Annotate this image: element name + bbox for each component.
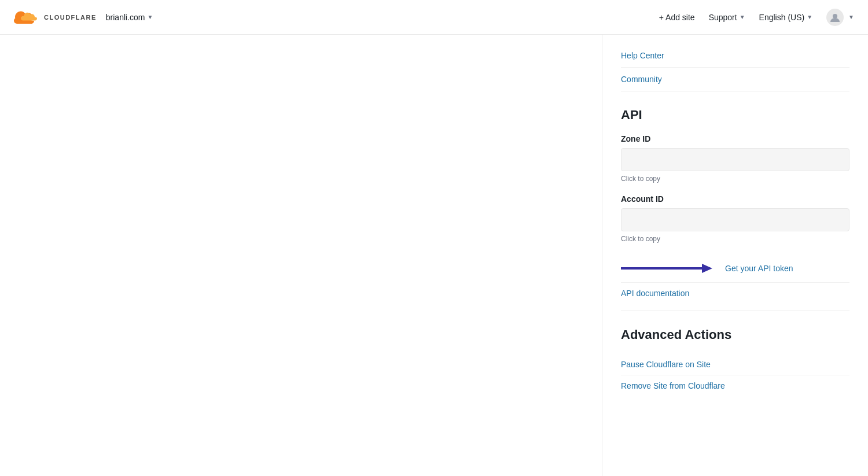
zone-id-field[interactable] (621, 148, 849, 171)
navbar-right: + Add site Support ▼ English (US) ▼ ▼ (659, 9, 854, 26)
right-panel: Help Center Community API Zone ID Click … (602, 35, 868, 476)
zone-id-field-group: Zone ID Click to copy (621, 134, 849, 183)
left-panel (0, 35, 602, 476)
account-id-field-group: Account ID Click to copy (621, 194, 849, 243)
pause-cloudflare-link[interactable]: Pause Cloudflare on Site (621, 354, 849, 375)
add-site-button[interactable]: + Add site (659, 13, 695, 22)
account-dropdown-arrow: ▼ (848, 14, 854, 20)
account-id-hint: Click to copy (621, 235, 849, 243)
zone-id-hint: Click to copy (621, 175, 849, 183)
community-link[interactable]: Community (621, 68, 849, 91)
site-dropdown-arrow: ▼ (147, 14, 153, 20)
account-icon[interactable] (826, 9, 844, 26)
get-api-token-row: Get your API token (621, 254, 849, 283)
zone-id-label: Zone ID (621, 134, 849, 143)
navbar: CLOUDFLARE brianli.com ▼ + Add site Supp… (0, 0, 868, 35)
cloudflare-logo-icon (14, 9, 39, 26)
site-selector[interactable]: brianli.com ▼ (106, 13, 153, 22)
site-name: brianli.com (106, 13, 145, 22)
language-dropdown-arrow: ▼ (807, 14, 812, 20)
support-button[interactable]: Support ▼ (709, 13, 745, 22)
api-section-title: API (621, 108, 849, 123)
help-center-link[interactable]: Help Center (621, 44, 849, 68)
account-id-field[interactable] (621, 208, 849, 231)
api-token-arrow (621, 260, 713, 276)
cloudflare-logo-text: CLOUDFLARE (44, 14, 97, 21)
support-links: Help Center Community (621, 35, 849, 91)
user-icon (830, 12, 840, 23)
main-content: Help Center Community API Zone ID Click … (0, 35, 868, 476)
api-documentation-row: API documentation (621, 283, 849, 304)
language-label: English (US) (759, 13, 805, 22)
advanced-actions-title: Advanced Actions (621, 327, 849, 342)
advanced-actions-section: Advanced Actions Pause Cloudflare on Sit… (621, 311, 849, 396)
account-id-label: Account ID (621, 194, 849, 204)
navbar-left: CLOUDFLARE brianli.com ▼ (14, 9, 153, 26)
get-api-token-link[interactable]: Get your API token (725, 264, 793, 273)
svg-marker-2 (702, 264, 712, 273)
api-documentation-link[interactable]: API documentation (621, 289, 689, 298)
logo[interactable]: CLOUDFLARE (14, 9, 97, 26)
language-button[interactable]: English (US) ▼ (759, 13, 813, 22)
support-label: Support (709, 13, 737, 22)
api-section: API Zone ID Click to copy Account ID Cli… (621, 91, 849, 304)
remove-site-link[interactable]: Remove Site from Cloudflare (621, 375, 849, 396)
svg-point-0 (833, 14, 837, 19)
add-site-label: + Add site (659, 13, 695, 22)
support-dropdown-arrow: ▼ (740, 14, 745, 20)
